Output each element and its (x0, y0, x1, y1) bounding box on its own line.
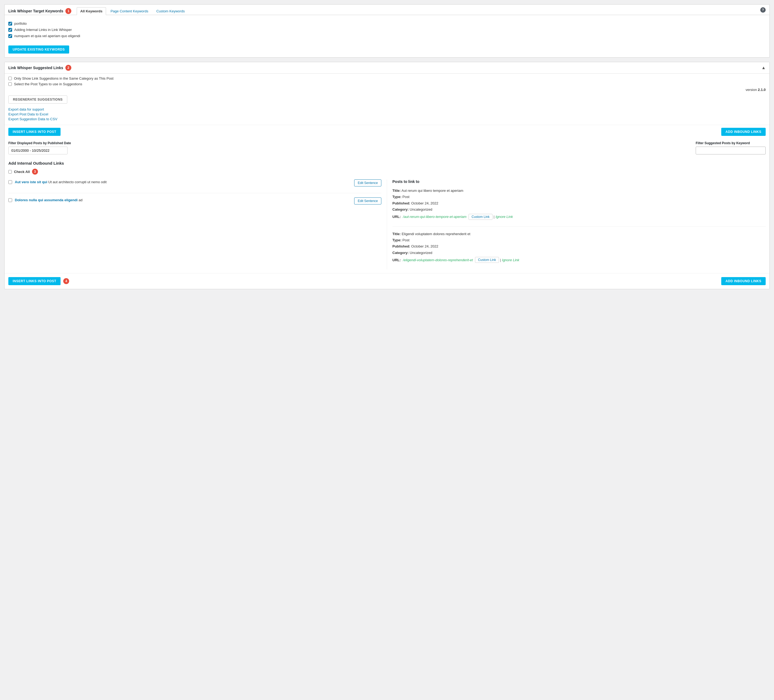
post-info-1: Title: Aut rerum qui libero tempore et a… (392, 188, 766, 213)
target-keywords-panel: Link Whisper Target Keywords 1 All Keywo… (4, 4, 770, 58)
post-type-value-2: Post (402, 238, 409, 242)
keyword-checkbox-3[interactable] (8, 34, 12, 38)
edit-sentence-button-2[interactable]: Edit Sentence (354, 198, 381, 205)
keyword-label-2: Adding Internal Links in Link Whisper (14, 28, 72, 32)
post-title-value-2: Eligendi voluptatem dolores reprehenderi… (402, 232, 470, 236)
post-category-label-1: Category: (392, 207, 409, 211)
export-excel-link[interactable]: Export Post Data to Excel (8, 112, 766, 116)
sentence-text-2: Dolores nulla qui assumenda eligendi ad (15, 198, 351, 203)
keyword-checkbox-2[interactable] (8, 28, 12, 32)
panel2-title: Link Whisper Suggested Links 2 (8, 65, 71, 71)
sentence-link-2[interactable]: Dolores nulla qui assumenda eligendi (15, 198, 78, 202)
filter-date-input[interactable] (8, 147, 68, 154)
check-all-label: Check All (14, 170, 30, 174)
help-icon[interactable]: ? (760, 7, 766, 13)
panel4-badge: 4 (63, 278, 69, 284)
post-url-label-2: URL: (392, 258, 401, 262)
keyword-label-1: portfolio (14, 21, 26, 26)
post-title-2: Title: Eligendi voluptatem dolores repre… (392, 231, 766, 237)
edit-sentence-button-1[interactable]: Edit Sentence (354, 180, 381, 187)
keywords-tabs: Link Whisper Target Keywords 1 All Keywo… (5, 5, 769, 15)
check-all-badge: 3 (32, 169, 38, 175)
tab-page-content-keywords[interactable]: Page Content Keywords (107, 7, 152, 15)
post-published-value-1: October 24, 2022 (411, 201, 438, 205)
sentence-rest-2: ad (78, 198, 82, 202)
suggestion-checkbox-2[interactable] (8, 83, 12, 86)
sentence-link-1[interactable]: Aut vero iste sit qui (15, 180, 47, 184)
sentence-text-1: Aut vero iste sit qui Ut aut architecto … (15, 180, 351, 185)
filter-keyword-input[interactable] (696, 147, 766, 154)
post-title-label-2: Title: (392, 232, 401, 236)
add-inbound-links-button-top[interactable]: ADD INBOUND LINKS (721, 128, 766, 136)
link-row-1-left: Aut vero iste sit qui Ut aut architecto … (8, 180, 381, 187)
post-info-2: Title: Eligendi voluptatem dolores repre… (392, 231, 766, 256)
add-inbound-links-button-bottom[interactable]: ADD INBOUND LINKS (721, 277, 766, 285)
post-url-link-2[interactable]: /eligendi-voluptatem-dolores-reprehender… (403, 258, 473, 262)
outbound-section: Add Internal Outbound Links Check All 3 … (5, 157, 769, 273)
url-actions-1: Custom Link | Ignore Link (468, 214, 513, 220)
filter-date-label: Filter Displayed Posts by Published Date (8, 141, 71, 145)
suggestion-checkbox-1[interactable] (8, 77, 12, 80)
post-url-row-2: URL: /eligendi-voluptatem-dolores-repreh… (392, 257, 766, 263)
suggestion-option-2[interactable]: Select the Post Types to use in Suggesti… (8, 82, 766, 86)
link-sentence-2: Dolores nulla qui assumenda eligendi ad … (8, 198, 381, 205)
tab-custom-keywords[interactable]: Custom Keywords (153, 7, 188, 15)
version-value: 2.1.0 (758, 88, 766, 92)
bottom-left-actions: INSERT LINKS INTO POST 4 (8, 277, 69, 285)
posts-to-link-title: Posts to link to (392, 180, 766, 184)
tab-all-keywords[interactable]: All Keywords (77, 7, 106, 15)
post-category-value-2: Uncategorized (410, 251, 432, 255)
check-all-row: Check All 3 (8, 169, 766, 175)
outbound-title: Add Internal Outbound Links (8, 161, 766, 165)
insert-links-into-post-button-top[interactable]: INSERT LINKS INTO POST (8, 128, 61, 136)
ignore-link-1[interactable]: Ignore Link (495, 215, 513, 219)
suggestion-option-1[interactable]: Only Show Link Suggestions in the Same C… (8, 76, 766, 81)
link-sentence-1: Aut vero iste sit qui Ut aut architecto … (8, 180, 381, 187)
filter-keyword-label: Filter Suggested Posts by Keyword (696, 141, 766, 145)
post-category-1: Category: Uncategorized (392, 206, 766, 213)
post-category-value-1: Uncategorized (410, 207, 432, 211)
export-csv-link[interactable]: Export Suggestion Data to CSV (8, 117, 766, 121)
outbound-right: Posts to link to Title: Aut rerum qui li… (387, 180, 766, 269)
url-actions-2: Custom Link | Ignore Link (475, 257, 519, 263)
custom-link-button-1[interactable]: Custom Link (468, 214, 493, 220)
post-url-row-1: URL: /aut-rerum-qui-libero-tempore-et-ap… (392, 214, 766, 220)
regenerate-suggestions-button[interactable]: REGENERATE SUGGESTIONS (8, 96, 67, 104)
update-existing-keywords-button[interactable]: UPDATE EXISTING KEYWORDS (8, 45, 69, 53)
keyword-checkbox-1[interactable] (8, 22, 12, 26)
top-action-bar: INSERT LINKS INTO POST ADD INBOUND LINKS (5, 125, 769, 139)
version-text: version 2.1.0 (5, 88, 769, 92)
suggestion-option-1-label: Only Show Link Suggestions in the Same C… (14, 76, 114, 81)
check-all-checkbox[interactable] (8, 170, 12, 173)
panel2-collapse-icon[interactable]: ▲ (761, 65, 766, 70)
keywords-list: portfolio Adding Internal Links in Link … (5, 19, 769, 43)
bottom-action-bar: INSERT LINKS INTO POST 4 ADD INBOUND LIN… (5, 273, 769, 289)
export-support-link[interactable]: Export data for support (8, 107, 766, 111)
insert-links-into-post-button-bottom[interactable]: INSERT LINKS INTO POST (8, 277, 61, 285)
filter-date-section: Filter Displayed Posts by Published Date (8, 141, 71, 154)
post-published-2: Published: October 24, 2022 (392, 243, 766, 249)
regen-wrap: REGENERATE SUGGESTIONS (5, 94, 769, 106)
keyword-item-3: numquam et quia vel aperiam quo eligendi (8, 34, 766, 38)
suggestion-option-2-label: Select the Post Types to use in Suggesti… (14, 82, 82, 86)
post-type-value-1: Post (402, 195, 409, 199)
post-url-link-1[interactable]: /aut-rerum-qui-libero-tempore-et-aperiam (403, 215, 466, 219)
link-checkbox-1[interactable] (8, 180, 12, 184)
link-checkbox-2[interactable] (8, 198, 12, 202)
ignore-link-2[interactable]: Ignore Link (502, 258, 519, 262)
update-btn-wrap: UPDATE EXISTING KEYWORDS (5, 43, 769, 57)
keyword-label-3: numquam et quia vel aperiam quo eligendi (14, 34, 80, 38)
post-published-label-2: Published: (392, 244, 410, 248)
post-info-row-2: Title: Eligendi voluptatem dolores repre… (392, 231, 766, 263)
keyword-item-1: portfolio (8, 21, 766, 26)
post-title-1: Title: Aut rerum qui libero tempore et a… (392, 188, 766, 194)
version-label: version (746, 88, 757, 92)
export-links: Export data for support Export Post Data… (5, 106, 769, 125)
outbound-grid: Aut vero iste sit qui Ut aut architecto … (8, 180, 766, 269)
panel1-badge: 1 (65, 8, 71, 14)
filter-bar: Filter Displayed Posts by Published Date… (5, 139, 769, 157)
post-type-1: Type: Post (392, 194, 766, 200)
filter-keyword-section: Filter Suggested Posts by Keyword (696, 141, 766, 154)
custom-link-button-2[interactable]: Custom Link (475, 257, 499, 263)
suggested-links-panel: Link Whisper Suggested Links 2 ▲ Only Sh… (4, 62, 770, 289)
